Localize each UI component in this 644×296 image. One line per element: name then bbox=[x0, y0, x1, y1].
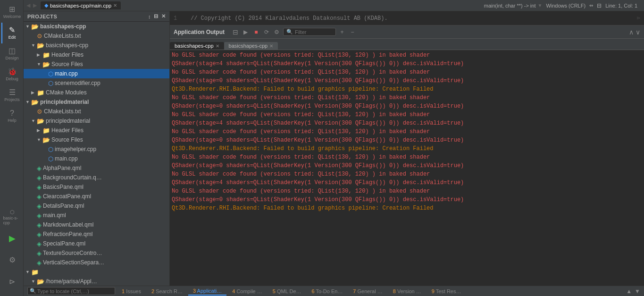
tree-item[interactable]: ◈MarkdownLabel.qml bbox=[24, 220, 169, 229]
output-tab-1-close[interactable]: ✕ bbox=[216, 43, 219, 49]
nav-back-btn[interactable]: ◀ bbox=[26, 2, 30, 8]
output-tab-2-close[interactable]: ✕ bbox=[269, 43, 273, 49]
title-bar: ◀ ▶ ◆ basicshapes-cpp/main.cpp ✕ main(in… bbox=[24, 0, 644, 11]
status-tab-test[interactable]: 9 Test Res… bbox=[427, 288, 466, 295]
collapse-up-btn[interactable]: ∧ bbox=[629, 28, 634, 36]
activity-design[interactable]: ◫ Design bbox=[1, 43, 22, 64]
tree-type-icon: 📂 bbox=[31, 99, 39, 106]
activity-debug-bottom[interactable]: ▶ bbox=[1, 228, 22, 249]
status-tab-qml[interactable]: 5 QML De… bbox=[268, 288, 306, 295]
tree-item[interactable]: ▶📁Header Files bbox=[24, 50, 169, 59]
sidebar-sort-icon[interactable]: ↕ bbox=[148, 14, 151, 19]
sidebar-filter-icon[interactable]: ⊟ bbox=[154, 13, 159, 19]
search-locate[interactable]: 🔍 bbox=[27, 287, 115, 295]
output-add-btn[interactable]: + bbox=[338, 28, 346, 36]
filter-input[interactable] bbox=[295, 29, 333, 35]
output-gear-btn[interactable]: ⚙ bbox=[273, 28, 281, 36]
tree-item[interactable]: ◈AlphaPane.qml bbox=[24, 163, 169, 173]
tree-item[interactable]: ▼📂basicshapes-cpp bbox=[24, 41, 169, 50]
tree-type-icon: ⚙ bbox=[37, 108, 42, 115]
locate-input[interactable] bbox=[37, 288, 113, 294]
status-tab-compile[interactable]: 4 Compile … bbox=[227, 288, 267, 295]
tree-item[interactable]: ◈BasicsPane.qml bbox=[24, 182, 169, 192]
tree-item[interactable]: ▼📂Source Files bbox=[24, 59, 169, 69]
tree-item[interactable]: ▼📂basicshapes-cpp bbox=[24, 22, 169, 31]
tree-item[interactable]: ◈TextureSourceContro… bbox=[24, 248, 169, 258]
tree-item[interactable]: ⚙CMakeLists.txt bbox=[24, 107, 169, 116]
tree-item[interactable]: ◈RefractionPane.qml bbox=[24, 229, 169, 239]
output-tab-2[interactable]: basicshapes-cpp ✕ bbox=[224, 42, 278, 50]
activity-basic-cpp[interactable]: ⬡ basic-s-cpp bbox=[1, 208, 22, 227]
status-tab-label: Applicati… bbox=[197, 288, 222, 294]
projects-icon: ☰ bbox=[9, 89, 16, 96]
status-tab-general[interactable]: 7 General … bbox=[348, 288, 387, 295]
tree-arrow: ▼ bbox=[25, 100, 31, 104]
tree-item[interactable]: ⬡main.cpp bbox=[24, 154, 169, 163]
activity-projects[interactable]: ☰ Projects bbox=[1, 85, 22, 106]
tree-item[interactable]: ◈main.qml bbox=[24, 211, 169, 220]
output-filter[interactable]: 🔍 bbox=[283, 28, 336, 36]
tree-item[interactable]: ⬡scenemodifier.cpp bbox=[24, 78, 169, 88]
tree-arrow: ▼ bbox=[31, 118, 37, 123]
output-line: No GLSL shader code found (versions trie… bbox=[172, 127, 642, 136]
output-minus-btn[interactable]: − bbox=[348, 28, 357, 36]
output-line: Qt3D.Renderer.RHI.Backend: Failed to bui… bbox=[172, 85, 642, 93]
status-tab-application[interactable]: 3 Applicati… bbox=[188, 287, 226, 296]
output-header-controls: ⊟ ▶ ■ ⟳ ⚙ 🔍 + − bbox=[231, 28, 357, 36]
activity-bar: ⊞ Welcome ✎ Edit ◫ Design 🐞 Debug ☰ Proj… bbox=[0, 0, 24, 296]
nav-forward-btn[interactable]: ▶ bbox=[33, 2, 37, 8]
tree-item[interactable]: ▼📂principledmaterial bbox=[24, 116, 169, 126]
tree-item[interactable]: ◈DetailsPane.qml bbox=[24, 201, 169, 211]
platform-label: Windows (CRLF) bbox=[546, 3, 585, 8]
editor-tab-main-cpp[interactable]: ◆ basicshapes-cpp/main.cpp ✕ bbox=[41, 1, 121, 9]
expand-icon[interactable]: ⇔ bbox=[589, 3, 593, 8]
status-tab-todo[interactable]: 6 To-Do En… bbox=[307, 288, 348, 295]
tree-item[interactable]: ◈BackgroundCurtain.q… bbox=[24, 173, 169, 182]
tree-label: main.qml bbox=[43, 212, 66, 219]
activity-welcome[interactable]: ⊞ Welcome bbox=[1, 2, 22, 23]
status-tab-search[interactable]: 2 Search R… bbox=[147, 288, 187, 295]
activity-build[interactable]: ⚙ bbox=[1, 250, 22, 271]
tree-label: BackgroundCurtain.q… bbox=[43, 174, 102, 181]
output-icon-btn1[interactable]: ⊟ bbox=[231, 28, 240, 36]
tree-item[interactable]: ▶📁CMake Modules bbox=[24, 88, 169, 97]
output-icon-btn2[interactable]: ▶ bbox=[242, 28, 250, 36]
tree-item[interactable]: ▼📂Source Files bbox=[24, 135, 169, 144]
output-line: No GLSL shader code found (versions trie… bbox=[172, 51, 642, 59]
tree-item[interactable]: ⚙CMakeLists.txt bbox=[24, 31, 169, 41]
sidebar-close-icon[interactable]: ✕ bbox=[161, 13, 166, 19]
output-line: No GLSL shader code found (versions trie… bbox=[172, 68, 642, 76]
activity-help[interactable]: ? Help bbox=[1, 106, 22, 127]
output-tab-1[interactable]: basicshapes-cpp ✕ bbox=[170, 42, 224, 50]
output-line: Qt3D.Renderer.RHI.Backend: Failed to bui… bbox=[172, 144, 642, 153]
activity-terminal[interactable]: ⊳ bbox=[1, 271, 22, 292]
status-tab-issues[interactable]: 1 Issues bbox=[117, 288, 146, 295]
tree-item[interactable]: ▼📁 bbox=[24, 267, 169, 277]
tree-arrow: ▼ bbox=[25, 24, 31, 29]
tree-label: ClearcoatPane.qml bbox=[43, 193, 91, 200]
tree-type-icon: 📁 bbox=[42, 51, 50, 59]
tree-item[interactable]: ▶📁Header Files bbox=[24, 126, 169, 135]
activity-edit[interactable]: ✎ Edit bbox=[1, 23, 22, 43]
basic-cpp-icon: ⬡ bbox=[10, 210, 15, 215]
tree-item[interactable]: ◈ClearcoatPane.qml bbox=[24, 192, 169, 201]
status-collapse-down[interactable]: ▼ bbox=[635, 288, 640, 295]
status-tab-num: 6 bbox=[312, 288, 316, 294]
tree-item[interactable]: ◈SpecialPane.qml bbox=[24, 239, 169, 248]
output-reload-btn[interactable]: ⟳ bbox=[262, 28, 271, 36]
sidebar-tree: ▼📂basicshapes-cpp⚙CMakeLists.txt▼📂basics… bbox=[24, 22, 169, 286]
tree-item[interactable]: ▼📂/home/parisa/Appl… bbox=[24, 277, 169, 286]
tab-close-btn[interactable]: ✕ bbox=[113, 3, 117, 8]
activity-debug[interactable]: 🐞 Debug bbox=[1, 64, 22, 85]
collapse-down-btn[interactable]: ∨ bbox=[636, 28, 640, 36]
layout-icon[interactable]: ⊟ bbox=[597, 2, 602, 9]
status-tab-num: 2 bbox=[151, 288, 156, 294]
tree-item[interactable]: ⬡main.cpp bbox=[24, 69, 169, 78]
status-collapse-up[interactable]: ▲ bbox=[626, 288, 632, 295]
tree-item[interactable]: ▼📂principledmaterial bbox=[24, 97, 169, 107]
status-tab-version[interactable]: 8 Version … bbox=[388, 288, 426, 295]
breadcrumb-dropdown-icon[interactable]: ▼ bbox=[537, 3, 542, 8]
output-stop-btn[interactable]: ■ bbox=[252, 28, 260, 36]
tree-item[interactable]: ⬡imagehelper.cpp bbox=[24, 144, 169, 154]
tree-item[interactable]: ◈VerticalSectionSepara… bbox=[24, 258, 169, 267]
